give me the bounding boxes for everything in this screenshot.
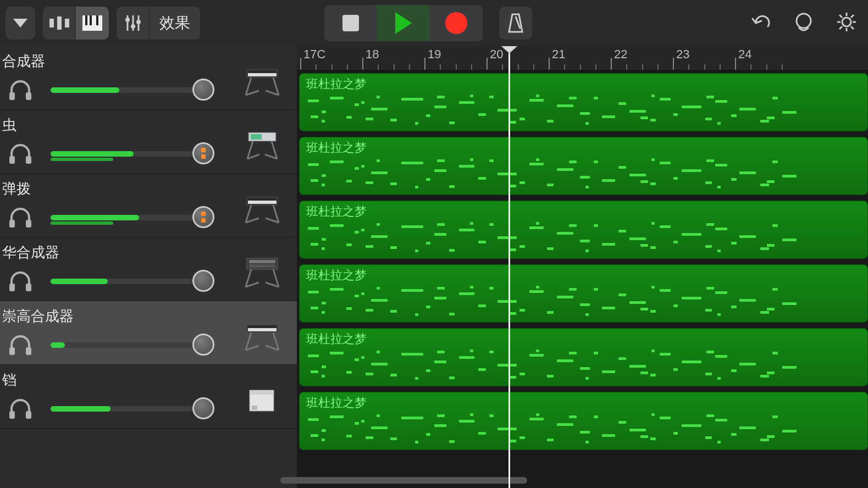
midi-notes xyxy=(300,219,867,255)
ruler-bar-label: 21 xyxy=(552,47,565,62)
settings-button[interactable] xyxy=(836,12,857,35)
svg-line-24 xyxy=(839,26,842,29)
svg-line-45 xyxy=(246,205,251,223)
instrument-icon[interactable] xyxy=(243,63,281,101)
svg-rect-41 xyxy=(9,220,15,228)
stop-button[interactable] xyxy=(324,5,377,41)
headphones-icon[interactable] xyxy=(7,76,34,104)
region-row: 班杜拉之梦 xyxy=(297,325,868,389)
instrument-icon[interactable] xyxy=(243,254,281,292)
svg-point-11 xyxy=(131,24,135,29)
ruler-bar-label: 24 xyxy=(738,47,751,62)
svg-rect-1 xyxy=(49,19,54,27)
track-row[interactable]: 弹拨 xyxy=(0,174,297,237)
record-button[interactable] xyxy=(430,5,483,41)
volume-knob[interactable] xyxy=(192,142,214,164)
volume-knob[interactable] xyxy=(192,270,214,292)
midi-notes xyxy=(300,91,867,127)
horizontal-scrollbar[interactable] xyxy=(280,477,527,484)
midi-region[interactable]: 班杜拉之梦 xyxy=(299,392,868,450)
volume-knob[interactable] xyxy=(192,206,214,228)
region-row: 班杜拉之梦 xyxy=(297,198,868,262)
mixer-button[interactable] xyxy=(117,7,150,40)
svg-point-13 xyxy=(136,20,141,24)
view-mode-tracks[interactable] xyxy=(43,7,76,40)
track-row[interactable]: 华合成器 xyxy=(0,237,297,301)
midi-notes xyxy=(300,346,867,382)
svg-rect-3 xyxy=(65,19,69,27)
play-button[interactable] xyxy=(377,5,430,41)
volume-knob[interactable] xyxy=(192,334,214,356)
volume-slider[interactable] xyxy=(51,342,193,348)
metronome-icon xyxy=(507,13,524,33)
headphones-icon[interactable] xyxy=(7,140,34,168)
midi-region[interactable]: 班杜拉之梦 xyxy=(299,137,868,195)
track-row[interactable]: 虫 xyxy=(0,110,297,174)
headphones-icon[interactable] xyxy=(7,395,34,423)
main-area: 合成器虫弹拨华合成器崇高合成器铛 17C18192021222324 班杜拉之梦… xyxy=(0,46,868,488)
metronome-button[interactable] xyxy=(499,7,532,40)
midi-region[interactable]: 班杜拉之梦 xyxy=(299,73,868,131)
svg-line-22 xyxy=(851,26,854,29)
volume-slider[interactable] xyxy=(51,215,193,220)
instrument-icon[interactable] xyxy=(243,318,281,356)
region-row: 班杜拉之梦 xyxy=(297,262,868,325)
svg-rect-2 xyxy=(57,16,62,30)
svg-rect-61 xyxy=(248,328,277,331)
region-row: 班杜拉之梦 xyxy=(297,134,868,198)
svg-rect-36 xyxy=(251,134,262,140)
midi-notes xyxy=(300,282,867,319)
svg-rect-6 xyxy=(90,15,92,25)
midi-region[interactable]: 班杜拉之梦 xyxy=(299,201,868,259)
volume-knob[interactable] xyxy=(192,397,214,419)
headphones-icon[interactable] xyxy=(7,331,34,359)
effects-button[interactable]: 效果 xyxy=(150,7,200,40)
gear-icon xyxy=(836,12,857,32)
loop-button[interactable] xyxy=(793,12,814,34)
volume-slider[interactable] xyxy=(51,406,193,412)
region-row: 班杜拉之梦 xyxy=(297,70,868,134)
track-row[interactable]: 铛 xyxy=(0,365,297,429)
instrument-icon[interactable] xyxy=(243,381,281,420)
timeline-ruler[interactable]: 17C18192021222324 xyxy=(297,46,868,70)
volume-slider[interactable] xyxy=(51,279,193,284)
transport-controls xyxy=(324,5,483,41)
ruler-bar-label: 17C xyxy=(303,47,325,62)
svg-rect-53 xyxy=(249,264,275,268)
svg-line-62 xyxy=(246,332,251,350)
stop-icon xyxy=(342,15,359,31)
svg-rect-44 xyxy=(248,201,277,204)
toolbar: 效果 xyxy=(0,0,868,46)
playhead[interactable] xyxy=(508,46,510,488)
svg-point-16 xyxy=(842,18,851,26)
svg-line-46 xyxy=(273,205,279,223)
timeline-panel[interactable]: 17C18192021222324 班杜拉之梦班杜拉之梦班杜拉之梦班杜拉之梦班杜… xyxy=(297,46,868,488)
midi-notes xyxy=(300,410,867,446)
track-row[interactable]: 崇高合成器 xyxy=(0,301,297,365)
svg-rect-42 xyxy=(26,220,31,228)
svg-point-15 xyxy=(797,14,811,28)
instrument-icon[interactable] xyxy=(243,126,281,165)
svg-line-54 xyxy=(246,269,251,287)
piano-icon xyxy=(82,15,102,31)
headphones-icon[interactable] xyxy=(7,268,34,295)
midi-notes xyxy=(300,155,867,191)
instrument-icon[interactable] xyxy=(243,190,281,229)
volume-slider[interactable] xyxy=(51,151,193,157)
undo-icon xyxy=(750,13,771,31)
track-list-panel: 合成器虫弹拨华合成器崇高合成器铛 xyxy=(0,46,297,488)
svg-rect-66 xyxy=(9,411,15,419)
view-menu-button[interactable] xyxy=(5,7,35,40)
playhead-handle-icon xyxy=(500,46,518,54)
headphones-icon[interactable] xyxy=(7,204,34,231)
volume-knob[interactable] xyxy=(192,79,214,101)
undo-button[interactable] xyxy=(750,13,771,33)
ruler-bar-label: 22 xyxy=(614,47,627,62)
midi-region[interactable]: 班杜拉之梦 xyxy=(299,264,868,323)
svg-rect-58 xyxy=(9,347,15,355)
view-mode-keyboard[interactable] xyxy=(76,7,109,40)
track-row[interactable]: 合成器 xyxy=(0,46,297,110)
midi-region[interactable]: 班杜拉之梦 xyxy=(299,328,868,386)
volume-slider[interactable] xyxy=(51,87,193,93)
svg-rect-7 xyxy=(96,15,98,25)
